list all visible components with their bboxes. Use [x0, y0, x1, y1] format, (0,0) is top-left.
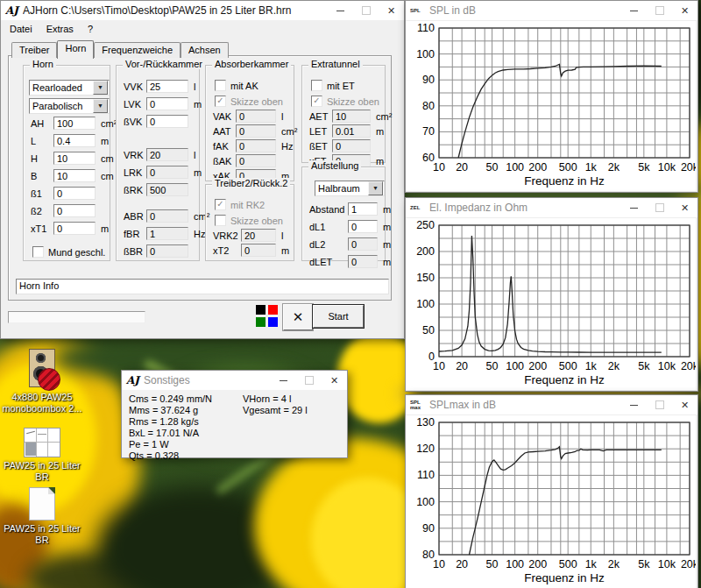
- tab-frequenzweiche[interactable]: Frequenzweiche: [94, 42, 181, 58]
- ssbr-input[interactable]: 0: [146, 244, 188, 258]
- ss2-input[interactable]: 0: [53, 204, 96, 217]
- menu-item-help[interactable]: ?: [81, 22, 100, 36]
- chart-icon: SPL: [410, 4, 425, 18]
- axis-tick-labels: 0501001502002501020501002005001k2k5k10k2…: [416, 219, 696, 372]
- fbr-input[interactable]: 1: [146, 227, 188, 240]
- vvk-input[interactable]: 25: [146, 80, 188, 93]
- svg-text:10: 10: [433, 558, 445, 570]
- xt1-input[interactable]: 0: [53, 222, 96, 235]
- tweeter-icon: [36, 353, 46, 363]
- svg-text:200: 200: [416, 245, 435, 258]
- field-unit: cm²: [376, 111, 392, 122]
- close-button[interactable]: ✕: [672, 198, 697, 217]
- fak-input[interactable]: 0: [236, 139, 276, 152]
- maximize-button[interactable]: [353, 1, 379, 20]
- l-input[interactable]: 0.4: [53, 134, 96, 147]
- maximize-button[interactable]: [296, 371, 322, 390]
- desktop-icon-image: [24, 428, 60, 457]
- minimize-button[interactable]: [621, 395, 647, 414]
- svg-text:130: 130: [416, 416, 435, 429]
- tab-horn[interactable]: Horn: [57, 40, 94, 59]
- plot-color-swatch[interactable]: [268, 305, 278, 315]
- tab-achsen[interactable]: Achsen: [181, 42, 229, 58]
- close-button[interactable]: ✕: [322, 371, 347, 390]
- svg-text:2k: 2k: [608, 558, 620, 570]
- volume-params-column: VHorn = 4 lVgesamt = 29 l: [243, 393, 308, 416]
- maximize-button[interactable]: [647, 198, 672, 217]
- data-curve: [458, 64, 662, 158]
- let-input[interactable]: 0.01: [332, 124, 371, 138]
- checkbox-box[interactable]: [215, 80, 226, 91]
- abstand-input[interactable]: 1: [348, 202, 378, 216]
- desktop-icon-paw25-in-25-liter-br[interactable]: PAW25 in 25 Liter BR: [0, 487, 84, 546]
- chart-titlebar: ZELEl. Impedanz in Ohm✕: [406, 198, 697, 218]
- plot-color-swatch[interactable]: [256, 317, 266, 327]
- field-row-ssak: ßAK0: [213, 154, 294, 167]
- close-button[interactable]: ✕: [672, 395, 697, 414]
- dl2-input[interactable]: 0: [348, 237, 378, 251]
- chevron-down-icon[interactable]: ▼: [368, 181, 383, 195]
- clear-plots-button[interactable]: ✕: [283, 304, 313, 330]
- aat-input[interactable]: 0: [236, 124, 276, 138]
- abr-input[interactable]: 0: [146, 209, 188, 223]
- svg-text:70: 70: [422, 125, 435, 138]
- dropdown-halbraum[interactable]: Halbraum▼: [315, 181, 385, 196]
- horn-info-input[interactable]: Horn Info: [16, 279, 389, 294]
- minimize-button[interactable]: [621, 1, 647, 20]
- ssvk-input[interactable]: 0: [146, 115, 188, 128]
- checkbox-box[interactable]: [311, 80, 322, 91]
- minimize-button[interactable]: [271, 371, 296, 390]
- start-button[interactable]: Start: [313, 305, 364, 328]
- x-axis-title: Frequenz in Hz: [524, 174, 605, 188]
- icon-text-line: SPL: [410, 8, 425, 13]
- sset-input[interactable]: 0: [332, 139, 371, 152]
- vak-input[interactable]: 0: [236, 110, 276, 123]
- maximize-button[interactable]: [647, 1, 672, 20]
- menu-bar: DateiExtras?: [1, 20, 404, 38]
- svg-text:250: 250: [416, 219, 435, 231]
- checkbox-mit-et[interactable]: mit ET: [311, 79, 385, 92]
- spacer: [24, 236, 110, 243]
- dl1-input[interactable]: 0: [348, 220, 378, 233]
- menu-item-extras[interactable]: Extras: [39, 22, 81, 36]
- close-button[interactable]: ✕: [672, 1, 697, 20]
- dropdown-parabolisch[interactable]: Parabolisch▼: [29, 98, 110, 114]
- aet-input[interactable]: 10: [332, 110, 371, 123]
- checkbox-box[interactable]: [32, 246, 44, 258]
- chart-window-spl-in-db: SPLSPL in dB✕607080901001101020501002005…: [405, 0, 698, 193]
- dropdown-rearloaded[interactable]: Rearloaded▼: [29, 80, 110, 96]
- plot-color-swatch[interactable]: [256, 305, 266, 315]
- ss1-input[interactable]: 0: [53, 187, 96, 200]
- vrk2-input[interactable]: 20: [241, 229, 276, 242]
- chevron-down-icon[interactable]: ▼: [93, 99, 108, 113]
- desktop-icon-4x880-paw25[interactable]: 4x880 PAW25monoboombox 2...: [0, 349, 84, 414]
- ah-input[interactable]: 100: [53, 117, 96, 130]
- field-unit: l: [194, 81, 195, 92]
- maximize-button[interactable]: [647, 395, 672, 414]
- plot-color-swatch[interactable]: [268, 317, 278, 327]
- b-input[interactable]: 10: [53, 169, 96, 182]
- checkbox-mund-geschl[interactable]: Mund geschl.: [32, 245, 110, 259]
- lrk-input[interactable]: 0: [146, 166, 188, 179]
- close-button[interactable]: ✕: [379, 1, 404, 20]
- minimize-button[interactable]: [328, 1, 353, 20]
- tab-treiber[interactable]: Treiber: [11, 42, 57, 58]
- group-title-ak: Absorberkammer: [212, 59, 291, 69]
- xt2-input[interactable]: 0: [241, 244, 276, 257]
- ssrk-input[interactable]: 500: [146, 183, 188, 196]
- dlet-input[interactable]: 0: [348, 255, 378, 268]
- chevron-down-icon[interactable]: ▼: [93, 81, 108, 95]
- chart-titlebar: SPLSPL in dB✕: [406, 1, 697, 21]
- checkbox-mit-ak[interactable]: mit AK: [215, 79, 294, 92]
- menu-item-datei[interactable]: Datei: [3, 22, 39, 36]
- lvk-input[interactable]: 0: [146, 97, 188, 110]
- desktop-icon-paw25-in-25-liter-br[interactable]: PAW25 in 25 Liter BR: [0, 428, 84, 483]
- minimize-button[interactable]: [621, 198, 647, 217]
- param-line: Rms = 1.28 kg/s: [129, 416, 212, 428]
- ssak-input[interactable]: 0: [236, 154, 276, 167]
- plot-color-buttons[interactable]: [256, 305, 279, 328]
- svg-text:200: 200: [528, 558, 547, 570]
- vrk-input[interactable]: 20: [146, 148, 188, 161]
- h-input[interactable]: 10: [53, 152, 96, 165]
- field-row-abr: ABR0cm²: [124, 209, 199, 223]
